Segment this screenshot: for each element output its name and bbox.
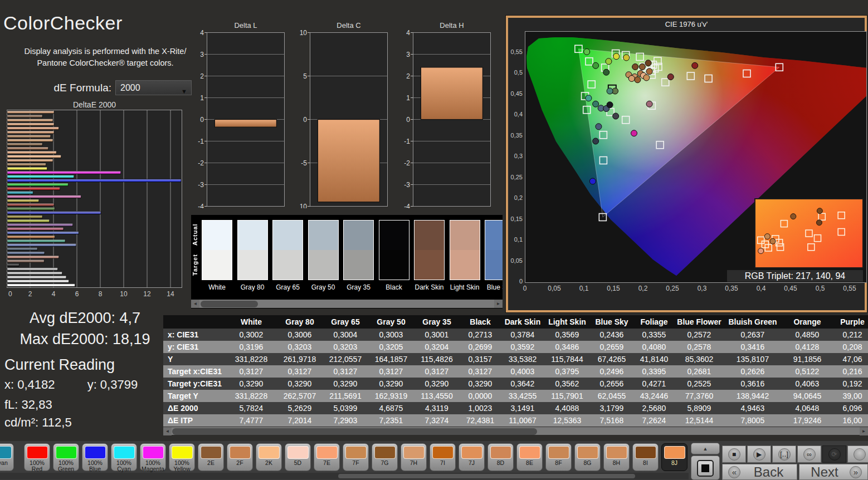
table-column-header: Foliage bbox=[633, 315, 675, 329]
patch-tile[interactable]: 2E bbox=[198, 443, 224, 471]
patch-color-chip bbox=[548, 446, 569, 459]
swatch-label: Gray 50 bbox=[308, 283, 339, 291]
back-button[interactable]: « Back bbox=[722, 464, 797, 480]
table-cell: 0,2525 bbox=[675, 378, 724, 390]
patch-tile[interactable]: 7G bbox=[372, 443, 398, 471]
swatch-pair bbox=[237, 220, 268, 280]
table-cell: 0,3204 bbox=[414, 341, 460, 353]
patch-tile[interactable]: 8J bbox=[661, 443, 687, 471]
patch-tile[interactable]: 100% Green bbox=[53, 443, 79, 471]
table-cell: 113,4550 bbox=[414, 390, 460, 402]
scroll-left-icon[interactable]: ◄ bbox=[163, 427, 172, 435]
swatch-pair bbox=[379, 220, 409, 280]
current-reading-label: Current Reading bbox=[4, 356, 115, 374]
play-button[interactable]: ▶ bbox=[747, 445, 771, 463]
measured-circle-marker bbox=[593, 138, 599, 144]
patch-tile[interactable]: 8E bbox=[516, 443, 543, 471]
table-cell: 0,3004 bbox=[323, 329, 368, 341]
table-scrollbar[interactable]: ◄ ► bbox=[163, 427, 868, 435]
table-cell: 2,5680 bbox=[633, 402, 675, 414]
next-label: Next bbox=[799, 464, 850, 480]
patch-tile[interactable]: 8H bbox=[603, 443, 630, 471]
patch-tile[interactable]: 100% Magenta bbox=[140, 443, 166, 471]
svg-text:-1: -1 bbox=[404, 138, 410, 145]
swatch-label: Light Skin bbox=[450, 283, 480, 291]
patch-tile-label: 2E bbox=[198, 460, 223, 466]
svg-text:2: 2 bbox=[406, 72, 410, 80]
patch-tile[interactable]: 7J bbox=[459, 443, 485, 471]
swatch-column: Gray 80 bbox=[237, 220, 268, 291]
table-cell: 6,096 bbox=[833, 402, 868, 414]
measured-circle-marker bbox=[613, 113, 619, 119]
stop-button[interactable]: ■ bbox=[722, 445, 746, 463]
table-cell: 0,3006 bbox=[277, 329, 323, 341]
svg-text:5: 5 bbox=[303, 72, 307, 80]
de-formula-select[interactable]: 2000 ▼ bbox=[115, 80, 192, 95]
patch-tile[interactable]: 2F bbox=[227, 443, 253, 471]
svg-text:4: 4 bbox=[52, 290, 56, 298]
patch-tile[interactable]: 100% Red bbox=[24, 443, 50, 471]
measured-circle-marker bbox=[584, 49, 590, 55]
patch-tile[interactable]: 7F bbox=[343, 443, 369, 471]
bracket-button[interactable]: [‥] bbox=[772, 445, 796, 463]
measured-circle-marker bbox=[646, 101, 652, 107]
swatch-label: Blue Sky bbox=[485, 283, 503, 291]
swatch-scroll-thumb[interactable] bbox=[201, 301, 258, 307]
patch-tile[interactable]: 100% Blue bbox=[82, 443, 108, 471]
patch-tile[interactable]: 7H bbox=[401, 443, 427, 471]
table-cell: 0,2496 bbox=[590, 365, 633, 378]
swatch-target bbox=[379, 250, 409, 280]
infinity-button[interactable]: ∞ bbox=[797, 445, 821, 463]
tile-scroll-thumb[interactable] bbox=[338, 474, 635, 478]
swatch-column: White bbox=[202, 220, 232, 291]
next-button[interactable]: Next » bbox=[799, 464, 868, 480]
patch-tile[interactable]: 7E bbox=[314, 443, 340, 471]
back-label: Back bbox=[740, 464, 797, 480]
table-scroll-thumb[interactable] bbox=[172, 428, 537, 435]
patch-tile[interactable]: 5D bbox=[285, 443, 311, 471]
patch-tile[interactable]: 7I bbox=[430, 443, 456, 471]
patch-tile-label: 2K bbox=[256, 460, 281, 466]
patch-tile[interactable]: 8I bbox=[632, 443, 659, 471]
cdm2-value: cd/m²: 112,5 bbox=[4, 415, 72, 430]
patch-tile[interactable]: 8F bbox=[545, 443, 572, 471]
patch-tile[interactable]: Cyan bbox=[0, 443, 14, 471]
table-column-header: Dark Skin bbox=[501, 315, 544, 329]
svg-text:0: 0 bbox=[200, 116, 204, 124]
cie-x-tick: 0,35 bbox=[719, 285, 744, 292]
patch-tile[interactable]: 2K bbox=[256, 443, 282, 471]
table-cell: 0,2572 bbox=[675, 329, 724, 341]
record-button[interactable] bbox=[847, 445, 868, 463]
patch-tile[interactable]: 100% Yellow bbox=[169, 443, 195, 471]
scroll-right-icon[interactable]: ► bbox=[860, 427, 868, 435]
patch-tile-label: 100% Yellow bbox=[169, 460, 194, 472]
cie-y-tick: 0,25 bbox=[508, 174, 523, 180]
swatch-actual bbox=[485, 221, 503, 250]
stop-measure-button[interactable] bbox=[691, 455, 720, 480]
bracket-icon: [‥] bbox=[778, 448, 791, 461]
scroll-left-icon[interactable]: ◄ bbox=[191, 300, 199, 308]
table-row: ΔE 20005,78245,26295,03994,68754,31191,0… bbox=[163, 402, 868, 414]
patch-tile[interactable]: 8G bbox=[574, 443, 601, 471]
patch-tile[interactable]: 8D bbox=[487, 443, 514, 471]
inset-circle-marker bbox=[791, 214, 796, 219]
swatch-column: Gray 65 bbox=[272, 220, 303, 291]
tile-scrollbar[interactable] bbox=[0, 473, 689, 479]
table-cell: 62,0455 bbox=[590, 390, 633, 402]
avg-de2000-value: Avg dE2000: 4,7 bbox=[6, 310, 164, 327]
table-cell: 0,5122 bbox=[782, 365, 833, 378]
swatch-target bbox=[273, 250, 303, 280]
inset-circle-marker bbox=[816, 220, 822, 226]
expand-up-button[interactable]: ▲ bbox=[691, 443, 720, 454]
table-cell: 7,4777 bbox=[226, 414, 277, 427]
cie-x-tick: 0,55 bbox=[837, 285, 862, 292]
app-description-line1: Display analysis is performed with the X… bbox=[16, 46, 195, 57]
patch-tile-label: 7H bbox=[401, 460, 426, 466]
refresh-button[interactable]: ⟳ bbox=[822, 445, 846, 463]
patch-color-chip bbox=[635, 446, 656, 459]
swatch-scrollbar[interactable]: ◄ ► bbox=[191, 300, 503, 308]
measured-circle-marker bbox=[646, 68, 652, 75]
swatch-actual bbox=[309, 221, 338, 250]
patch-tile[interactable]: 100% Cyan bbox=[111, 443, 137, 471]
scroll-right-icon[interactable]: ► bbox=[494, 300, 503, 308]
